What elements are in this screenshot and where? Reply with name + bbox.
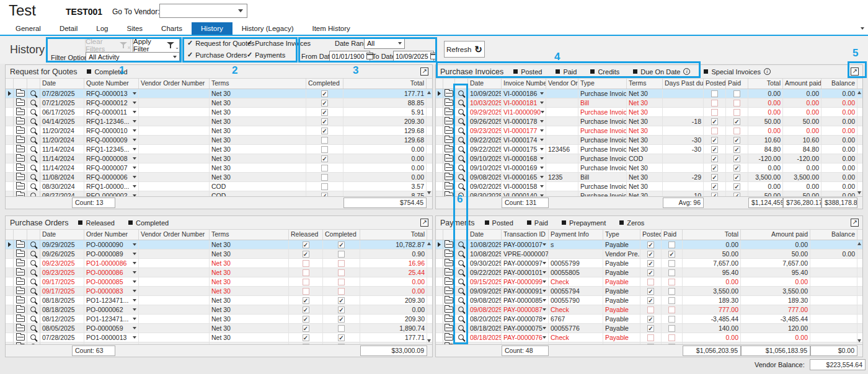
dropdown-arrow-icon[interactable] <box>133 318 136 320</box>
row-checkbox[interactable] <box>321 183 328 190</box>
folder-cell[interactable] <box>14 259 27 267</box>
row-checkbox[interactable] <box>733 100 740 107</box>
scroll-down-icon[interactable] <box>857 339 861 342</box>
row-checkbox[interactable]: ✓ <box>321 100 328 107</box>
column-header-date[interactable]: Date <box>468 79 502 89</box>
row-checkbox[interactable] <box>711 128 718 134</box>
search-cell[interactable] <box>455 305 468 314</box>
row-checkbox[interactable]: ✓ <box>711 155 718 162</box>
dropdown-arrow-icon[interactable] <box>133 271 136 274</box>
column-header-transaction_id[interactable]: Transaction ID <box>502 230 549 240</box>
folder-cell[interactable] <box>443 191 455 196</box>
dropdown-arrow-icon[interactable] <box>133 280 136 283</box>
cell-released[interactable]: ✓ <box>289 250 323 258</box>
cell-completed[interactable] <box>306 145 343 154</box>
search-cell[interactable] <box>455 277 468 286</box>
cell-posted[interactable]: ✓ <box>704 182 726 191</box>
table-row[interactable]: 09/08/2025PAY-0000087CheckPayable777.007… <box>436 305 862 315</box>
row-checkbox[interactable]: ✓ <box>647 269 654 276</box>
table-row[interactable]: 09/29/2025VI1-0000090Purchase InvoiceNet… <box>436 108 862 117</box>
search-cell[interactable] <box>27 126 40 135</box>
grid-scrollbar[interactable] <box>426 89 432 196</box>
row-checkbox[interactable]: ✓ <box>303 307 309 313</box>
search-cell[interactable] <box>455 163 468 172</box>
row-checkbox[interactable] <box>647 279 654 285</box>
goto-vendor-combobox[interactable] <box>159 4 247 18</box>
folder-cell[interactable] <box>443 268 455 277</box>
table-row[interactable]: 09/08/2025PAY-000008500055790Payable✓189… <box>436 296 862 305</box>
table-row[interactable]: 11/08/2024RFQ-0000006Net 300.00 <box>6 173 432 182</box>
cell-completed[interactable] <box>323 259 360 267</box>
cell-released[interactable]: ✓ <box>289 333 323 342</box>
cell-posted[interactable]: ✓ <box>640 324 662 333</box>
column-header-vendor_order[interactable]: Vendor Ord... <box>546 79 578 89</box>
folder-cell[interactable] <box>14 268 27 277</box>
search-cell[interactable] <box>27 154 40 163</box>
folder-cell[interactable] <box>443 173 455 181</box>
cell-paid[interactable]: ✓ <box>726 145 748 154</box>
table-row[interactable]: 10/08/2025PAY-0000107sPayable✓0.000.00 <box>436 240 862 250</box>
cell-paid[interactable] <box>662 315 683 323</box>
table-row[interactable]: 09/10/2025VI-0000169Purchase InvoiceNet … <box>436 163 862 173</box>
row-checkbox[interactable]: ✓ <box>303 241 309 248</box>
column-header-total[interactable]: Total <box>683 230 741 240</box>
cell-completed[interactable]: ✓ <box>306 89 343 98</box>
table-row[interactable]: 09/09/2025PAY-000009100055794Payable✓3,5… <box>436 287 862 296</box>
dropdown-arrow-icon[interactable] <box>542 308 546 311</box>
row-checkbox[interactable]: ✓ <box>647 297 654 304</box>
row-checkbox[interactable] <box>711 100 718 107</box>
scroll-down-icon[interactable] <box>857 191 861 194</box>
column-header-terms[interactable]: Terms <box>210 79 306 89</box>
folder-cell[interactable] <box>443 117 455 126</box>
row-checkbox[interactable]: ✓ <box>733 137 740 144</box>
dropdown-arrow-icon[interactable] <box>133 167 136 169</box>
row-checkbox[interactable] <box>668 316 675 323</box>
cell-completed[interactable] <box>323 277 360 286</box>
table-row[interactable]: 08/20/2025PAY-00000786767Payable✓-3,485.… <box>436 315 862 324</box>
cell-paid[interactable]: ✓ <box>726 173 748 181</box>
dropdown-arrow-icon[interactable] <box>133 176 136 178</box>
search-cell[interactable] <box>455 250 468 258</box>
dropdown-arrow-icon[interactable] <box>133 243 136 246</box>
folder-cell[interactable] <box>443 154 455 163</box>
cell-posted[interactable] <box>704 89 726 98</box>
table-row[interactable]: 10/03/2025VI-0000181BillNet 300.000.000.… <box>436 98 862 108</box>
cell-completed[interactable]: ✓ <box>306 126 343 135</box>
search-cell[interactable] <box>27 145 40 154</box>
info-icon[interactable]: i <box>683 68 690 75</box>
folder-cell[interactable] <box>14 182 27 191</box>
search-cell[interactable] <box>455 173 468 181</box>
search-cell[interactable] <box>455 108 468 116</box>
folder-cell[interactable] <box>14 305 27 314</box>
cell-released[interactable] <box>289 287 323 295</box>
dropdown-arrow-icon[interactable] <box>133 139 136 141</box>
cell-completed[interactable]: ✓ <box>323 315 360 323</box>
folder-cell[interactable] <box>14 191 27 196</box>
cell-completed[interactable] <box>323 287 360 295</box>
cell-paid[interactable]: ✓ <box>726 182 748 191</box>
table-row[interactable]: 09/26/2025PO-0000089Net 30✓0.90 <box>6 250 432 259</box>
table-row[interactable]: 11/20/2024RFQ-0000009Net 30129.68 <box>6 136 432 145</box>
dropdown-arrow-icon[interactable] <box>133 327 136 329</box>
cell-posted[interactable]: ✓ <box>704 173 726 181</box>
search-cell[interactable] <box>455 268 468 277</box>
row-checkbox[interactable] <box>668 260 675 267</box>
cell-posted[interactable] <box>640 277 662 286</box>
cell-paid[interactable] <box>662 268 683 277</box>
cell-completed[interactable] <box>306 163 343 172</box>
dropdown-arrow-icon[interactable] <box>133 157 136 160</box>
column-header-type[interactable]: Type <box>578 79 627 89</box>
dropdown-arrow-icon[interactable] <box>133 290 136 292</box>
row-checkbox[interactable]: ✓ <box>733 174 740 181</box>
cell-posted[interactable]: ✓ <box>640 259 662 267</box>
row-checkbox[interactable] <box>338 279 345 285</box>
search-cell[interactable] <box>27 287 40 295</box>
search-cell[interactable] <box>455 259 468 267</box>
table-row[interactable]: 10/08/2025VPRE-0000007Vendor Pre...✓✓50.… <box>436 250 862 259</box>
folder-cell[interactable] <box>443 126 455 135</box>
dropdown-arrow-icon[interactable] <box>542 318 546 320</box>
table-row[interactable]: 08/18/2025PO-0000062Net 30✓✓0.00 <box>6 305 432 315</box>
column-header-total[interactable]: Total <box>748 79 783 89</box>
table-row[interactable]: 08/18/2025PO1-123471...Net 30✓✓209.30 <box>6 296 432 305</box>
row-checkbox[interactable]: ✓ <box>321 155 328 162</box>
